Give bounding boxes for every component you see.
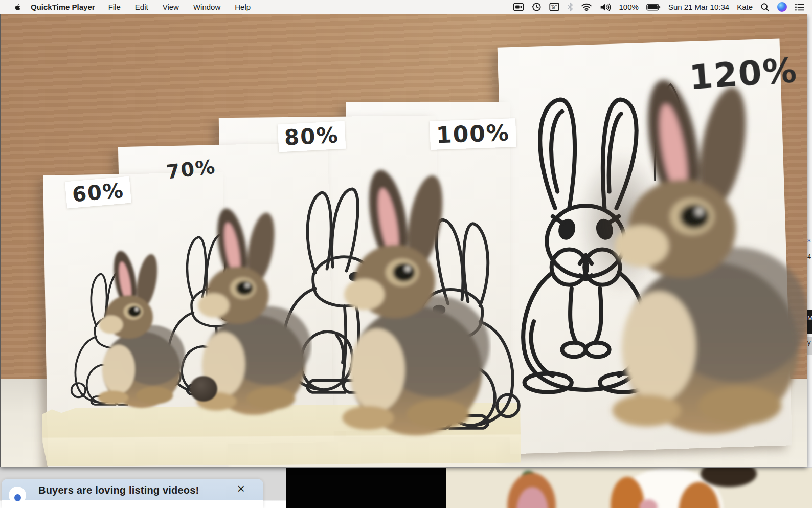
quicktime-video-frame[interactable]: 60% 70% 80% 100% 120% — [0, 14, 807, 467]
time-machine-icon[interactable] — [532, 2, 542, 12]
felt-rabbit-120 — [566, 72, 807, 440]
battery-icon[interactable] — [646, 4, 661, 11]
background-product-photo — [446, 468, 812, 508]
volume-icon[interactable] — [600, 3, 612, 12]
notification-close-button[interactable]: × — [237, 482, 245, 495]
menu-bar: QuickTime Player File Edit View Window H… — [0, 0, 812, 14]
menu-help[interactable]: Help — [228, 3, 258, 11]
menu-view[interactable]: View — [155, 3, 186, 11]
apple-menu[interactable] — [9, 3, 25, 12]
page-text-fragment: M — [807, 310, 812, 334]
fast-user-switch-label[interactable]: Kate — [737, 3, 753, 11]
spotlight-search-icon[interactable] — [760, 3, 770, 12]
notification-title: Buyers are loving listing videos! — [38, 484, 199, 496]
etsy-badge-icon — [14, 494, 21, 501]
page-text-fragment: s — [807, 236, 811, 244]
wifi-icon[interactable] — [581, 3, 592, 11]
notification-banner: Buyers are loving listing videos! × — [2, 479, 263, 508]
scale-label-80: 80% — [278, 121, 346, 152]
apple-logo-icon — [13, 3, 21, 12]
felt-rabbit-100 — [307, 164, 491, 440]
notification-list-icon[interactable] — [795, 3, 805, 11]
felt-tail-pom — [190, 376, 217, 402]
siri-icon[interactable] — [777, 2, 787, 12]
background-video-player[interactable] — [286, 468, 446, 508]
scale-label-120: 120% — [682, 50, 805, 98]
battery-percent-label: 100% — [619, 3, 639, 11]
keyboard-viewer-icon[interactable]: ⌘ — [549, 3, 559, 11]
page-text-fragment: 4 — [807, 253, 811, 260]
screen-recording-icon[interactable] — [513, 3, 524, 11]
scale-label-100: 100% — [430, 118, 516, 150]
page-text-fragment: y — [807, 337, 812, 355]
svg-text:⌘: ⌘ — [552, 6, 556, 11]
notification-app-icon — [9, 487, 26, 504]
menu-window[interactable]: Window — [186, 3, 228, 11]
bluetooth-icon[interactable] — [567, 2, 573, 12]
menu-bar-clock[interactable]: Sun 21 Mar 10:34 — [668, 3, 729, 11]
scale-label-60: 60% — [65, 176, 131, 209]
menu-edit[interactable]: Edit — [128, 3, 155, 11]
background-page-right-sliver: s 4 M y — [807, 14, 812, 467]
background-browser-page: Buyers are loving listing videos! × — [0, 467, 812, 508]
app-menu-title[interactable]: QuickTime Player — [31, 3, 95, 11]
menu-file[interactable]: File — [101, 3, 128, 11]
